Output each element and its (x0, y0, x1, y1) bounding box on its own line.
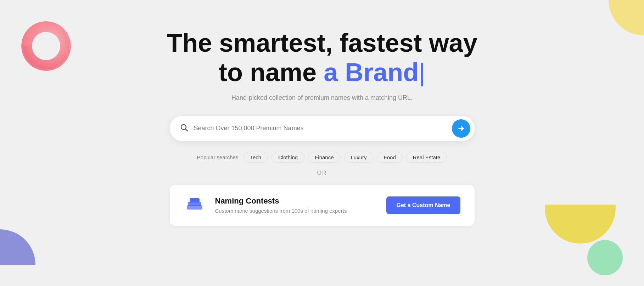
tag-clothing[interactable]: Clothing (271, 152, 304, 163)
tag-finance[interactable]: Finance (308, 152, 340, 163)
headline-line2: to name a Brand| (167, 58, 477, 87)
search-icon (180, 123, 188, 134)
search-input[interactable] (194, 125, 452, 132)
naming-text: Naming Contests Custom name suggestions … (215, 196, 377, 214)
cursor: | (419, 58, 425, 86)
subtitle: Hand-picked collection of premium names … (231, 94, 413, 102)
search-bar (170, 116, 475, 141)
tag-real-estate[interactable]: Real Estate (406, 152, 447, 163)
headline-line1: The smartest, fastest way (167, 29, 477, 57)
tag-food[interactable]: Food (377, 152, 403, 163)
headline-dynamic: a Brand| (324, 58, 425, 86)
naming-icon (184, 195, 205, 216)
naming-contests-card: Naming Contests Custom name suggestions … (170, 185, 475, 226)
popular-searches: Popular searches Tech Clothing Finance L… (197, 152, 447, 163)
decorative-green-circle (587, 240, 623, 275)
svg-rect-6 (190, 198, 200, 202)
naming-title: Naming Contests (215, 196, 377, 206)
naming-subtitle: Custom name suggestions from 100s of nam… (215, 208, 377, 214)
get-custom-name-button[interactable]: Get a Custom Name (386, 196, 460, 214)
popular-label: Popular searches (197, 154, 239, 160)
search-button[interactable] (452, 119, 470, 138)
tag-tech[interactable]: Tech (243, 152, 268, 163)
or-divider: OR (317, 170, 327, 176)
headline: The smartest, fastest way to name a Bran… (167, 28, 477, 87)
headline-static: to name (219, 58, 324, 86)
main-content: The smartest, fastest way to name a Bran… (0, 0, 644, 226)
svg-line-2 (185, 129, 187, 131)
tag-luxury[interactable]: Luxury (344, 152, 374, 163)
page-wrapper: The smartest, fastest way to name a Bran… (0, 0, 644, 286)
